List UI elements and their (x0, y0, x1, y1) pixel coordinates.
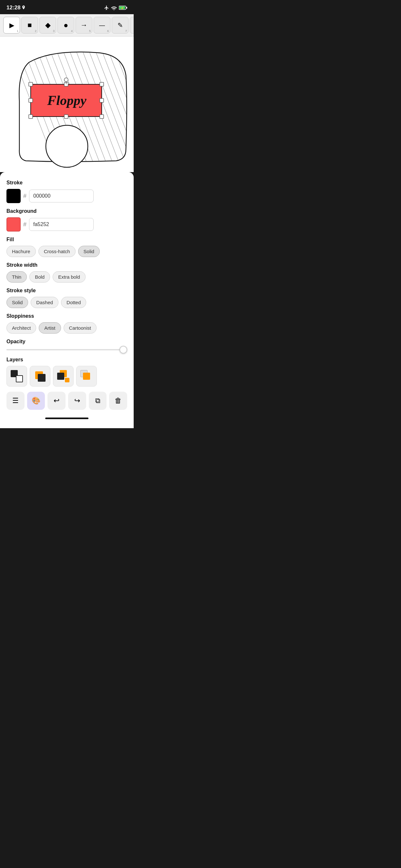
airplane-icon (104, 5, 109, 10)
status-icons: ⚡ (104, 5, 127, 10)
delete-button[interactable]: 🗑 (109, 392, 127, 410)
tool-num-6: 6 (107, 29, 109, 33)
home-indicator (6, 415, 127, 422)
hamburger-button[interactable]: ☰ (6, 392, 25, 410)
pen-icon: ✎ (118, 21, 123, 29)
svg-text:⚡: ⚡ (121, 7, 124, 10)
layer-1-icon (11, 370, 23, 382)
status-time: 12:28 (6, 4, 26, 11)
canvas-svg: Floppy (0, 36, 134, 172)
line-icon: — (99, 22, 105, 29)
tool-rect[interactable]: ■ 2 (21, 17, 38, 34)
svg-rect-25 (29, 82, 33, 86)
tool-select[interactable]: ▶ 1 (3, 17, 20, 34)
stroke-hash: # (23, 193, 27, 199)
duplicate-button[interactable]: ⧉ (89, 392, 107, 410)
layer-4[interactable] (76, 366, 97, 386)
svg-rect-1 (126, 7, 127, 9)
tool-text[interactable]: A 8 (130, 17, 134, 34)
stroke-color-input[interactable] (29, 190, 94, 203)
svg-point-36 (46, 125, 88, 167)
tool-num-2: 2 (35, 29, 36, 33)
layers-row (6, 366, 127, 386)
stroke-extra-bold[interactable]: Extra bold (53, 271, 86, 283)
canvas-area[interactable]: Floppy (0, 36, 134, 172)
tool-pen[interactable]: ✎ 7 (112, 17, 128, 34)
stroke-color-row: # (6, 189, 127, 203)
svg-text:Floppy: Floppy (47, 93, 87, 108)
opacity-slider-container (6, 348, 127, 350)
tool-num-5: 5 (89, 29, 91, 33)
arrow-icon: → (81, 21, 88, 29)
stroke-style-options: Solid Dashed Dotted (6, 297, 127, 308)
rect-icon: ■ (27, 21, 32, 29)
tool-arrow[interactable]: → 5 (75, 17, 92, 34)
ellipse-icon: ● (64, 21, 68, 30)
undo-button[interactable]: ↩ (48, 392, 66, 410)
tool-num-3: 3 (53, 29, 55, 33)
time-display: 12:28 (6, 4, 20, 11)
opacity-slider[interactable] (6, 349, 127, 350)
stroke-bold[interactable]: Bold (29, 271, 50, 283)
svg-rect-30 (100, 115, 104, 119)
sloppiness-architect[interactable]: Architect (6, 322, 36, 334)
background-color-row: # (6, 217, 127, 231)
tool-line[interactable]: — 6 (94, 17, 111, 34)
stroke-dashed[interactable]: Dashed (31, 297, 58, 308)
fill-solid[interactable]: Solid (78, 246, 100, 257)
layer-2[interactable] (30, 366, 50, 386)
stroke-thin[interactable]: Thin (6, 271, 27, 283)
stroke-solid[interactable]: Solid (6, 297, 28, 308)
stroke-width-label: Stroke width (6, 262, 127, 268)
stroke-style-label: Stroke style (6, 288, 127, 293)
opacity-label: Opacity (6, 339, 127, 345)
layer-4-icon (81, 370, 93, 382)
sloppiness-cartoonist[interactable]: Cartoonist (64, 322, 96, 334)
diamond-icon: ◆ (45, 21, 51, 29)
fill-options: Hachure Cross-hatch Solid (6, 246, 127, 257)
svg-rect-31 (29, 98, 33, 102)
sloppiness-options: Architect Artist Cartoonist (6, 322, 127, 334)
svg-point-33 (64, 78, 68, 82)
layers-label: Layers (6, 357, 127, 363)
battery-icon: ⚡ (119, 5, 127, 10)
background-color-input[interactable] (29, 218, 94, 231)
svg-rect-28 (29, 115, 33, 119)
stroke-width-options: Thin Bold Extra bold (6, 271, 127, 283)
redo-button[interactable]: ↪ (68, 392, 86, 410)
stroke-label: Stroke (6, 180, 127, 186)
layer-3[interactable] (53, 366, 73, 386)
background-label: Background (6, 208, 127, 214)
stroke-color-swatch[interactable] (6, 189, 21, 203)
palette-button[interactable]: 🎨 (27, 392, 45, 410)
svg-rect-32 (100, 98, 104, 102)
tool-num-4: 4 (71, 29, 73, 33)
sloppiness-label: Sloppiness (6, 313, 127, 319)
layer-3-icon (57, 370, 69, 382)
stroke-dotted[interactable]: Dotted (61, 297, 86, 308)
fill-label: Fill (6, 237, 127, 243)
sloppiness-artist[interactable]: Artist (39, 322, 61, 334)
background-hash: # (23, 221, 27, 228)
home-bar (45, 417, 89, 419)
status-bar: 12:28 ⚡ (0, 0, 134, 14)
tool-num-7: 7 (125, 29, 127, 33)
layer-2-icon (34, 370, 46, 382)
tool-ellipse[interactable]: ● 4 (58, 17, 74, 34)
fill-crosshatch[interactable]: Cross-hatch (38, 246, 75, 257)
wifi-icon (111, 5, 117, 10)
fill-hachure[interactable]: Hachure (6, 246, 36, 257)
tool-num-1: 1 (17, 29, 19, 33)
select-icon: ▶ (9, 21, 14, 29)
svg-rect-27 (100, 82, 104, 86)
properties-panel: Stroke # Background # Fill Hachure Cross… (0, 172, 134, 428)
tool-diamond[interactable]: ◆ 3 (39, 17, 56, 34)
background-color-swatch[interactable] (6, 217, 21, 231)
svg-rect-29 (64, 115, 68, 119)
toolbar: ▶ 1 ■ 2 ◆ 3 ● 4 → 5 — 6 ✎ 7 A 8 🔓 (0, 14, 134, 36)
layer-1[interactable] (6, 366, 27, 386)
location-icon (22, 5, 26, 10)
action-bar: ☰ 🎨 ↩ ↪ ⧉ 🗑 (6, 392, 127, 410)
